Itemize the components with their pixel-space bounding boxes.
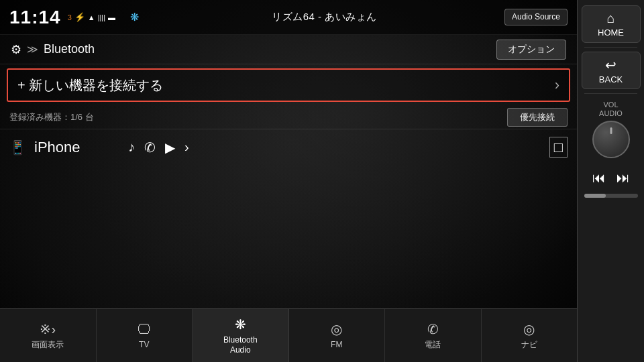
now-playing-text: リズム64 - あいみょん — [144, 11, 504, 23]
iphone-label: iPhone — [34, 139, 115, 156]
bottom-nav: ※› 画面表示 🖵 TV ❋ BluetoothAudio ◎ FM ✆ 電話 … — [0, 308, 577, 362]
back-button[interactable]: ↩ BACK — [582, 52, 641, 89]
notification-badge: 3 — [68, 13, 72, 21]
new-device-label: + 新しい機器を接続する — [17, 76, 555, 95]
iphone-row: 📱 iPhone ♪ ✆ ▶ › □ — [0, 129, 577, 165]
tv-icon: 🖵 — [138, 322, 151, 337]
home-button[interactable]: ⌂ HOME — [582, 5, 641, 43]
volume-slider[interactable] — [584, 194, 638, 198]
option-button[interactable]: オプション — [496, 40, 566, 60]
screen-display-label: 画面表示 — [32, 340, 64, 349]
volume-knob[interactable] — [592, 121, 630, 158]
home-icon: ⌂ — [606, 11, 614, 26]
fm-icon: ◎ — [331, 321, 342, 337]
bluetooth-icon: ❋ — [130, 11, 139, 23]
breadcrumb-chevrons: ≫ — [27, 43, 38, 56]
home-label: HOME — [598, 27, 624, 38]
navi-label: ナビ — [521, 340, 537, 349]
status-icons: 3 ⚡ ▲ |||| ▬ — [68, 12, 115, 22]
phone-label: 電話 — [425, 340, 441, 349]
priority-connect-button[interactable]: 優先接続 — [507, 108, 568, 127]
signal-icon: ▲ — [88, 13, 95, 21]
settings-icon[interactable]: ⚙ — [11, 42, 21, 57]
iphone-right: □ — [549, 139, 568, 156]
bt-header-left: ⚙ ≫ Bluetooth — [11, 42, 496, 57]
navi-icon: ◎ — [523, 321, 535, 337]
new-device-row[interactable]: + 新しい機器を接続する › — [7, 68, 570, 102]
battery-icon: ▬ — [108, 13, 115, 21]
panel-divider-2 — [584, 93, 637, 94]
iphone-square-icon[interactable]: □ — [549, 137, 568, 158]
registered-devices-row: 登録済み機器：1/6 台 優先接続 — [0, 106, 577, 129]
connect-chevron[interactable]: › — [184, 139, 189, 155]
phone-nav-icon: ✆ — [427, 321, 439, 337]
tv-label: TV — [139, 340, 149, 349]
bluetooth-audio-label: BluetoothAudio — [223, 335, 258, 355]
content-area: ⚙ ≫ Bluetooth オプション + 新しい機器を接続する › 登録済み機… — [0, 35, 577, 308]
panel-divider — [584, 47, 637, 48]
nav-phone[interactable]: ✆ 電話 — [385, 309, 482, 362]
volume-slider-fill — [584, 194, 606, 198]
call-icon[interactable]: ✆ — [144, 139, 156, 156]
registered-count-label: 登録済み機器：1/6 台 — [9, 111, 507, 123]
skip-controls: ⏮ ⏭ — [590, 168, 633, 188]
back-icon: ↩ — [605, 57, 616, 73]
bluetooth-audio-icon: ❋ — [235, 316, 246, 333]
nav-screen-display[interactable]: ※› 画面表示 — [0, 309, 97, 362]
play-icon[interactable]: ▶ — [165, 139, 175, 156]
volume-section: VOLAUDIO — [592, 101, 630, 158]
skip-forward-button[interactable]: ⏭ — [614, 168, 633, 188]
bluetooth-status-icon: ⚡ — [74, 12, 85, 22]
new-device-chevron: › — [555, 76, 559, 94]
clock: 11:14 — [9, 7, 61, 28]
back-label: BACK — [599, 74, 623, 84]
bluetooth-header: ⚙ ≫ Bluetooth オプション — [0, 35, 577, 64]
nav-fm[interactable]: ◎ FM — [289, 309, 386, 362]
main-screen: 11:14 3 ⚡ ▲ |||| ▬ ❋ リズム64 - あいみょん Audio… — [0, 0, 577, 362]
vol-label: VOLAUDIO — [599, 101, 623, 118]
status-bar: 11:14 3 ⚡ ▲ |||| ▬ ❋ リズム64 - あいみょん Audio… — [0, 0, 577, 35]
screen-display-icon: ※› — [40, 321, 56, 337]
signal-bars: |||| — [98, 13, 105, 21]
iphone-device-icon: 📱 — [9, 139, 26, 156]
nav-tv[interactable]: 🖵 TV — [97, 309, 193, 362]
nav-navi[interactable]: ◎ ナビ — [482, 309, 578, 362]
music-icon[interactable]: ♪ — [128, 139, 135, 155]
fm-label: FM — [331, 340, 342, 349]
nav-bluetooth-audio[interactable]: ❋ BluetoothAudio — [193, 309, 289, 362]
bluetooth-label: Bluetooth — [44, 42, 95, 56]
skip-back-button[interactable]: ⏮ — [590, 168, 608, 188]
audio-source-button[interactable]: Audio Source — [504, 9, 568, 26]
iphone-controls: ♪ ✆ ▶ › — [128, 139, 549, 156]
right-panel: ⌂ HOME ↩ BACK VOLAUDIO ⏮ ⏭ — [577, 0, 644, 362]
